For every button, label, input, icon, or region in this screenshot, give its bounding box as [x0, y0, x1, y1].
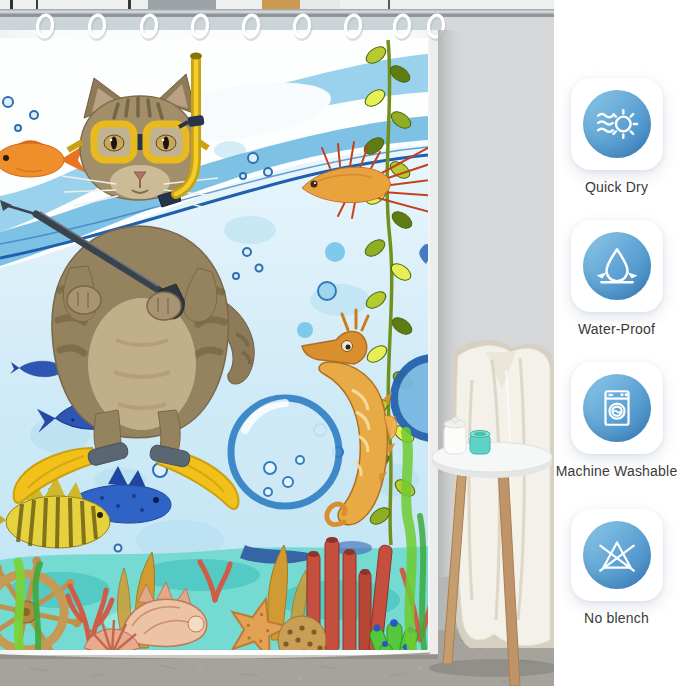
quick-dry-icon [595, 102, 639, 146]
shower-curtain [0, 30, 474, 679]
feature-label: No blench [554, 610, 679, 626]
jar [444, 417, 466, 454]
product-photo [0, 0, 554, 686]
features-panel: Quick Dry Water-Proof [554, 0, 679, 686]
water-proof-icon [595, 244, 639, 288]
feature-badge-card [571, 78, 663, 170]
curtain-rod [0, 9, 554, 17]
machine-washable-icon [595, 386, 639, 430]
feature-badge-card [571, 362, 663, 454]
feature-label: Water-Proof [554, 321, 679, 337]
feature-label: Machine Washable [554, 463, 679, 479]
product-image: Quick Dry Water-Proof [0, 0, 679, 686]
feature-badge [583, 521, 651, 589]
feature-label: Quick Dry [554, 179, 679, 195]
feature-quick-dry: Quick Dry [554, 78, 679, 195]
feature-badge-card [571, 220, 663, 312]
teal-cup [470, 431, 490, 455]
feature-badge [583, 232, 651, 300]
feature-badge [583, 90, 651, 158]
feature-badge [583, 374, 651, 442]
feature-badge-card [571, 509, 663, 601]
feature-no-bleach: No blench [554, 509, 679, 626]
feature-water-proof: Water-Proof [554, 220, 679, 337]
curtain-print [0, 38, 474, 679]
no-bleach-icon [595, 533, 639, 577]
feature-machine-washable: Machine Washable [554, 362, 679, 479]
large-bubble [231, 398, 339, 506]
